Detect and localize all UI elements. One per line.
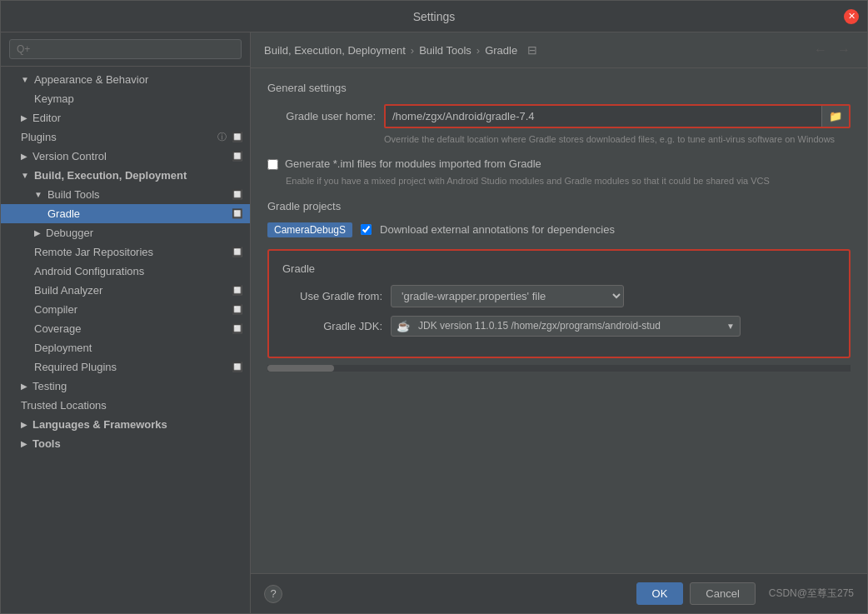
sidebar-item-compiler[interactable]: Compiler 🔲 xyxy=(1,300,250,319)
gradle-subsection-box: Gradle Use Gradle from: 'gradle-wrapper.… xyxy=(267,249,851,358)
gradle-jdk-label: Gradle JDK: xyxy=(282,320,382,332)
gradle-user-home-row: Gradle user home: 📁 xyxy=(267,104,851,128)
generate-iml-hint: Enable if you have a mixed project with … xyxy=(286,175,851,187)
sidebar: ▼ Appearance & Behavior Keymap ▶ Editor … xyxy=(1,32,251,613)
download-annotations-label: Download external annotations for depend… xyxy=(380,223,615,236)
breadcrumb-sep-2: › xyxy=(476,44,480,57)
coverage-icon: 🔲 xyxy=(232,323,243,334)
sidebar-item-label: Android Configurations xyxy=(34,265,144,277)
arrow-icon: ▼ xyxy=(21,171,29,180)
jdk-icon: ☕ xyxy=(392,317,415,336)
title-bar: Settings ✕ xyxy=(1,1,867,32)
sidebar-item-label: Keymap xyxy=(34,92,74,105)
generate-iml-label: Generate *.iml files for modules importe… xyxy=(285,157,541,170)
gradle-jdk-row: Gradle JDK: ☕ JDK version 11.0.15 /home/… xyxy=(282,316,836,337)
arrow-icon: ▼ xyxy=(21,75,29,84)
bottom-bar: ? OK Cancel CSDN@至尊玉275 xyxy=(251,573,867,613)
nav-arrows: ← → xyxy=(811,42,854,57)
breadcrumb-sep-1: › xyxy=(411,44,414,57)
sidebar-item-label: Tools xyxy=(32,437,61,450)
sidebar-item-appearance[interactable]: ▼ Appearance & Behavior xyxy=(1,70,250,89)
sidebar-item-label: Required Plugins xyxy=(34,361,117,373)
help-button[interactable]: ? xyxy=(264,585,282,603)
arrow-icon: ▶ xyxy=(21,439,27,448)
arrow-icon: ▼ xyxy=(34,190,42,199)
breadcrumb-part-3[interactable]: Gradle xyxy=(485,44,517,57)
gradle-user-home-input[interactable] xyxy=(386,106,821,127)
sidebar-item-trusted-locations[interactable]: Trusted Locations xyxy=(1,396,250,415)
generate-iml-row: Generate *.iml files for modules importe… xyxy=(267,157,851,170)
sidebar-item-label: Languages & Frameworks xyxy=(32,418,167,431)
sidebar-item-label: Build Tools xyxy=(47,188,100,201)
sidebar-item-keymap[interactable]: Keymap xyxy=(1,89,250,108)
content-body: General settings Gradle user home: 📁 Ove… xyxy=(251,68,867,573)
use-gradle-from-label: Use Gradle from: xyxy=(282,290,382,302)
sidebar-item-label: Deployment xyxy=(34,342,92,354)
settings-window: Settings ✕ ▼ Appearance & Behavior Keyma… xyxy=(0,0,868,614)
arrow-icon: ▶ xyxy=(21,420,27,429)
compiler-icon: 🔲 xyxy=(232,304,243,315)
close-button[interactable]: ✕ xyxy=(844,9,859,24)
plugins-badge: 🔲 xyxy=(232,132,243,142)
breadcrumb-menu-icon[interactable]: ⊟ xyxy=(527,43,537,57)
cancel-button[interactable]: Cancel xyxy=(690,582,755,605)
sidebar-item-label: Version Control xyxy=(32,150,107,162)
required-plugins-icon: 🔲 xyxy=(232,362,243,372)
sidebar-item-build-exec-deploy[interactable]: ▼ Build, Execution, Deployment xyxy=(1,166,250,185)
use-gradle-from-select[interactable]: 'gradle-wrapper.properties' file Specifi… xyxy=(391,285,624,307)
jdk-dropdown-arrow[interactable]: ▼ xyxy=(721,318,740,334)
sidebar-item-label: Build Analyzer xyxy=(34,284,102,297)
sidebar-item-android-configs[interactable]: Android Configurations xyxy=(1,262,250,281)
arrow-icon: ▶ xyxy=(21,113,27,122)
gradle-user-home-browse-button[interactable]: 📁 xyxy=(821,106,849,127)
sidebar-item-label: Compiler xyxy=(34,303,77,316)
search-input[interactable] xyxy=(9,39,242,59)
projects-row: CameraDebugS Download external annotatio… xyxy=(267,222,851,237)
ok-button[interactable]: OK xyxy=(636,582,684,605)
sidebar-item-editor[interactable]: ▶ Editor xyxy=(1,108,250,127)
breadcrumb: Build, Execution, Deployment › Build Too… xyxy=(251,32,867,68)
gradle-subsection-title: Gradle xyxy=(282,262,836,275)
version-control-icon: 🔲 xyxy=(232,151,243,162)
sidebar-item-label: Testing xyxy=(32,380,67,392)
sidebar-item-tools[interactable]: ▶ Tools xyxy=(1,434,250,453)
watermark: CSDN@至尊玉275 xyxy=(769,587,854,601)
sidebar-item-label: Gradle xyxy=(47,207,80,220)
download-annotations-checkbox[interactable] xyxy=(361,224,372,235)
nav-forward-icon[interactable]: → xyxy=(834,42,854,57)
build-tools-icon: 🔲 xyxy=(232,189,243,200)
arrow-icon: ▶ xyxy=(34,228,41,237)
gradle-user-home-label: Gradle user home: xyxy=(267,110,376,122)
scrollbar-thumb[interactable] xyxy=(267,365,334,372)
sidebar-item-label: Remote Jar Repositories xyxy=(34,246,153,258)
sidebar-item-required-plugins[interactable]: Required Plugins 🔲 xyxy=(1,357,250,377)
sidebar-item-gradle[interactable]: Gradle 🔲 xyxy=(1,204,250,223)
scrollbar-area xyxy=(267,365,851,372)
generate-iml-checkbox[interactable] xyxy=(267,159,278,170)
gradle-jdk-field[interactable]: ☕ JDK version 11.0.15 /home/zgx/programs… xyxy=(391,316,741,337)
sidebar-item-label: Plugins xyxy=(21,131,57,143)
sidebar-item-deployment[interactable]: Deployment xyxy=(1,338,250,357)
sidebar-item-plugins[interactable]: Plugins ⓘ 🔲 xyxy=(1,127,250,147)
sidebar-item-version-control[interactable]: ▶ Version Control 🔲 xyxy=(1,147,250,166)
remote-jar-icon: 🔲 xyxy=(232,247,243,257)
sidebar-item-languages-frameworks[interactable]: ▶ Languages & Frameworks xyxy=(1,415,250,434)
arrow-icon: ▶ xyxy=(21,152,27,161)
info-icon: ⓘ xyxy=(217,131,227,143)
sidebar-item-debugger[interactable]: ▶ Debugger xyxy=(1,223,250,242)
window-title: Settings xyxy=(413,10,456,23)
sidebar-item-label: Editor xyxy=(32,112,61,124)
sidebar-item-testing[interactable]: ▶ Testing xyxy=(1,377,250,396)
sidebar-item-build-tools[interactable]: ▼ Build Tools 🔲 xyxy=(1,185,250,204)
sidebar-item-build-analyzer[interactable]: Build Analyzer 🔲 xyxy=(1,281,250,300)
project-tag[interactable]: CameraDebugS xyxy=(267,222,352,237)
search-box xyxy=(1,32,250,67)
nav-back-icon[interactable]: ← xyxy=(811,42,831,57)
breadcrumb-part-1[interactable]: Build, Execution, Deployment xyxy=(264,44,406,57)
sidebar-item-remote-jar[interactable]: Remote Jar Repositories 🔲 xyxy=(1,242,250,262)
sidebar-item-label: Trusted Locations xyxy=(21,399,107,412)
breadcrumb-part-2[interactable]: Build Tools xyxy=(419,44,471,57)
gradle-user-home-hint: Override the default location where Grad… xyxy=(384,133,851,146)
sidebar-item-coverage[interactable]: Coverage 🔲 xyxy=(1,319,250,338)
sidebar-tree: ▼ Appearance & Behavior Keymap ▶ Editor … xyxy=(1,67,250,613)
